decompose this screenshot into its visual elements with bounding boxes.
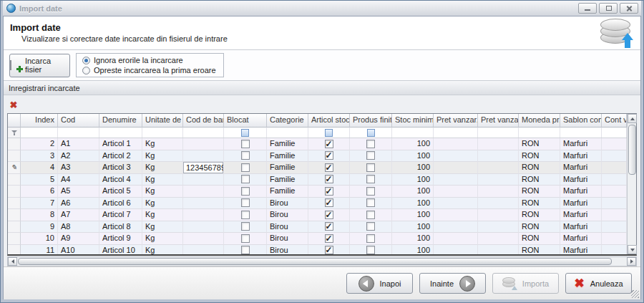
minimize-button[interactable] [578,3,597,14]
checkbox-unchecked[interactable] [241,222,250,231]
checkbox-checked[interactable]: ✓ [325,222,333,231]
cell-blocat [224,221,267,234]
checkbox-checked[interactable]: ✓ [325,198,333,207]
filter-cell-cod_bare[interactable] [183,128,224,138]
table-row[interactable]: 6A5Articol 5KgFamilie✓100RONMarfuri [8,186,627,198]
maximize-button[interactable] [599,3,618,14]
import-button[interactable]: Importa [492,273,559,294]
checkbox-checked[interactable]: ✓ [325,140,333,148]
column-header-stoc_minim[interactable]: Stoc minim [392,114,434,128]
filter-cell-pret_vanzare_2[interactable] [478,128,519,138]
table-row[interactable]: 9A8Articol 8KgBirou✓100RONMarfuri [8,221,627,234]
cell-moneda: RON [519,233,560,245]
checkbox-filter-icon[interactable] [241,129,249,137]
column-header-moneda[interactable]: Moneda pr... [519,114,560,128]
horizontal-scrollbar[interactable] [7,256,637,266]
table-row[interactable]: 5A4Articol 4KgFamilie✓100RONMarfuri [8,174,627,186]
filter-cell-pret_vanzare_1[interactable] [434,128,478,138]
checkbox-unchecked[interactable] [366,211,375,219]
checkbox-checked[interactable]: ✓ [325,187,333,196]
vertical-scrollbar[interactable] [627,114,636,254]
load-file-button[interactable]: Incarca fisier [9,54,70,77]
checkbox-unchecked[interactable] [366,163,375,172]
checkbox-checked[interactable]: ✓ [325,175,333,183]
checkbox-unchecked[interactable] [366,198,375,207]
table-row[interactable]: 2A1Articol 1KgFamilie✓100RONMarfuri [8,138,627,150]
column-header-pret_vanzare_2[interactable]: Pret vanzar... [478,114,519,128]
cancel-button[interactable]: ✖ Anuleaza [565,273,632,294]
next-button[interactable]: Inainte [419,273,486,294]
scroll-down-button[interactable] [628,245,637,254]
checkbox-unchecked[interactable] [366,140,375,148]
checkbox-filter-icon[interactable] [325,129,333,137]
checkbox-unchecked[interactable] [241,211,250,219]
filter-cell-produs_finit[interactable] [350,128,392,138]
scroll-left-button[interactable] [8,257,17,266]
column-header-sablon_cont[interactable]: Sablon cont [560,114,602,128]
filter-cell-categorie[interactable] [267,128,308,138]
column-header-pret_vanzare_1[interactable]: Pret vanzar... [434,114,478,128]
filter-cell-denumire[interactable] [99,128,142,138]
close-button[interactable] [620,3,638,14]
radio-stop-first-error[interactable]: Opreste incarcarea la prima eroare [82,66,216,74]
table-row[interactable]: 7A6Articol 6KgBirou✓100RONMarfuri [8,198,627,210]
checkbox-unchecked[interactable] [241,175,250,183]
column-header-index[interactable]: Index [21,114,58,128]
table-row[interactable]: 11A10Articol 10KgBirou✓100RONMarfuri [8,245,627,255]
checkbox-unchecked[interactable] [366,234,375,243]
checkbox-unchecked[interactable] [241,151,250,160]
records-panel-caption-label: Inregistrari incarcate [9,84,80,92]
cell-editor-input[interactable]: 123456789 [183,162,223,173]
checkbox-checked[interactable]: ✓ [325,151,333,160]
table-row[interactable]: ✎4A3Articol 3Kg123456789Familie✓100RONMa… [8,162,627,174]
column-header-cod[interactable]: Cod [58,114,99,128]
filter-cell-cod[interactable] [58,128,99,138]
filter-cell-stoc_minim[interactable] [392,128,434,138]
checkbox-unchecked[interactable] [366,246,375,254]
table-row[interactable]: 10A9Articol 9KgBirou✓100RONMarfuri [8,233,627,245]
app-globe-icon [6,4,16,13]
checkbox-unchecked[interactable] [241,163,250,172]
delete-row-button[interactable]: ✖ [7,98,20,111]
row-indicator-header [8,114,21,128]
checkbox-unchecked[interactable] [241,140,250,148]
checkbox-unchecked[interactable] [241,234,250,243]
filter-cell-articol_stoc[interactable] [308,128,350,138]
checkbox-checked[interactable]: ✓ [325,163,333,172]
filter-cell-unitate[interactable] [142,128,183,138]
checkbox-checked[interactable]: ✓ [325,234,333,243]
checkbox-unchecked[interactable] [366,151,375,160]
radio-ignore-errors[interactable]: Ignora erorile la incarcare [82,56,216,64]
column-header-articol_stoc[interactable]: Articol stoc... [308,114,350,128]
filter-cell-sablon_cont[interactable] [560,128,602,138]
column-header-unitate[interactable]: Unitate de ... [142,114,183,128]
table-row[interactable]: 8A7Articol 7KgBirou✓100RONMarfuri [8,209,627,221]
column-header-categorie[interactable]: Categorie [267,114,308,128]
table-row[interactable]: 3A2Articol 2KgFamilie✓100RONMarfuri [8,150,627,163]
checkbox-unchecked[interactable] [241,198,250,207]
checkbox-unchecked[interactable] [366,187,375,196]
back-button[interactable]: Inapoi [346,273,413,294]
scroll-up-button[interactable] [628,114,637,123]
filter-cell-moneda[interactable] [519,128,560,138]
checkbox-filter-icon[interactable] [367,129,375,137]
filter-cell-blocat[interactable] [224,128,267,138]
checkbox-unchecked[interactable] [241,187,250,196]
filter-cell-cont_venit[interactable] [602,128,627,138]
resize-grip[interactable] [631,290,639,298]
vertical-scroll-thumb[interactable] [628,125,636,175]
scroll-right-button[interactable] [627,257,636,266]
column-header-produs_finit[interactable]: Produs finit [350,114,392,128]
checkbox-checked[interactable]: ✓ [325,246,333,254]
filter-cell-index[interactable] [21,128,58,138]
checkbox-checked[interactable]: ✓ [325,211,333,219]
checkbox-unchecked[interactable] [241,246,250,254]
checkbox-unchecked[interactable] [366,222,375,231]
column-header-cont_venit[interactable]: Cont ven... [602,114,627,128]
horizontal-scroll-thumb[interactable] [18,258,612,265]
column-header-denumire[interactable]: Denumire [99,114,142,128]
cell-cod_bare [183,138,224,150]
checkbox-unchecked[interactable] [366,175,375,183]
column-header-cod_bare[interactable]: Cod de bare [183,114,224,128]
column-header-blocat[interactable]: Blocat [224,114,267,128]
